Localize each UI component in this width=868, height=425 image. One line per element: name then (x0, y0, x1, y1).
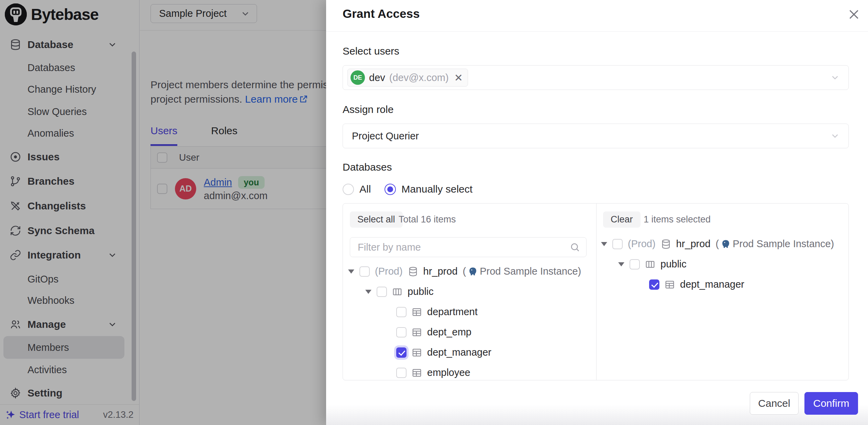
table-icon (412, 307, 422, 317)
select-all-button[interactable]: Select all (350, 211, 403, 228)
radio-manually-select[interactable]: Manually select (385, 183, 472, 195)
caret-expander-icon[interactable] (348, 269, 354, 274)
schema-icon (645, 259, 655, 269)
close-icon[interactable] (847, 8, 861, 21)
node-checkbox[interactable] (396, 307, 407, 317)
node-checkbox[interactable] (649, 279, 659, 290)
chevron-down-icon (830, 72, 840, 83)
assign-role-label: Assign role (343, 104, 393, 115)
select-users-label: Select users (343, 45, 399, 57)
remove-chip-icon[interactable]: ✕ (453, 72, 463, 84)
grant-access-dialog: Grant Access Select users DE dev (dev@x.… (326, 0, 868, 425)
database-icon (408, 266, 418, 277)
user-chip[interactable]: DE dev (dev@x.com) ✕ (347, 69, 468, 87)
node-checkbox[interactable] (396, 347, 407, 358)
search-icon (570, 242, 580, 252)
schema-icon (392, 287, 402, 297)
table-icon (412, 327, 422, 337)
radio-all[interactable]: All (343, 183, 371, 195)
caret-expander-icon[interactable] (601, 242, 607, 246)
node-checkbox[interactable] (377, 287, 387, 297)
tree-node-public[interactable]: public (365, 282, 434, 302)
tree-node-dept-manager[interactable]: dept_manager (649, 274, 744, 295)
selected-items-label: 1 items selected (644, 211, 711, 228)
database-transfer: Select all Total 16 items (Prod) hr_prod… (343, 203, 849, 380)
tree-node-public[interactable]: public (618, 254, 687, 274)
filter-input-wrap (350, 237, 587, 257)
dialog-footer: Cancel Confirm (326, 380, 868, 425)
table-icon (412, 347, 422, 358)
dialog-title: Grant Access (343, 7, 420, 21)
total-items-label: Total 16 items (399, 211, 456, 228)
role-select[interactable]: Project Querier (343, 124, 849, 148)
tree-node-hr-prod[interactable]: (Prod) hr_prod ( Prod Sample Instance) (348, 261, 581, 282)
table-icon (665, 279, 675, 290)
node-checkbox[interactable] (396, 327, 407, 337)
tree-node-dept-manager[interactable]: dept_manager (396, 342, 491, 363)
postgres-icon (721, 239, 731, 249)
radio-icon[interactable] (343, 184, 354, 195)
caret-expander-icon[interactable] (365, 290, 371, 294)
cancel-button[interactable]: Cancel (750, 392, 799, 415)
tree-node-hr-prod[interactable]: (Prod) hr_prod ( Prod Sample Instance) (601, 234, 834, 254)
tree-node-dept-emp[interactable]: dept_emp (396, 322, 471, 342)
tree-node-employee[interactable]: employee (396, 363, 470, 380)
radio-icon[interactable] (385, 184, 396, 195)
table-icon (412, 368, 422, 378)
databases-label: Databases (343, 161, 392, 173)
tree-node-department[interactable]: department (396, 302, 478, 322)
database-icon (661, 239, 671, 249)
node-checkbox[interactable] (630, 259, 640, 269)
database-scope-radios: All Manually select (343, 183, 472, 195)
filter-input[interactable] (357, 241, 570, 253)
clear-button[interactable]: Clear (603, 211, 641, 228)
caret-expander-icon[interactable] (618, 262, 624, 266)
node-checkbox[interactable] (612, 239, 623, 249)
confirm-button[interactable]: Confirm (804, 392, 858, 415)
postgres-icon (468, 267, 478, 276)
panel-divider (596, 204, 597, 380)
select-users-input[interactable]: DE dev (dev@x.com) ✕ (343, 65, 849, 90)
node-checkbox[interactable] (396, 368, 407, 378)
node-checkbox[interactable] (359, 266, 370, 277)
chevron-down-icon (830, 131, 840, 141)
dialog-header: Grant Access (326, 0, 868, 32)
avatar: DE (350, 70, 365, 85)
app-window: Bytebase Database Databases Change Histo… (0, 0, 868, 425)
